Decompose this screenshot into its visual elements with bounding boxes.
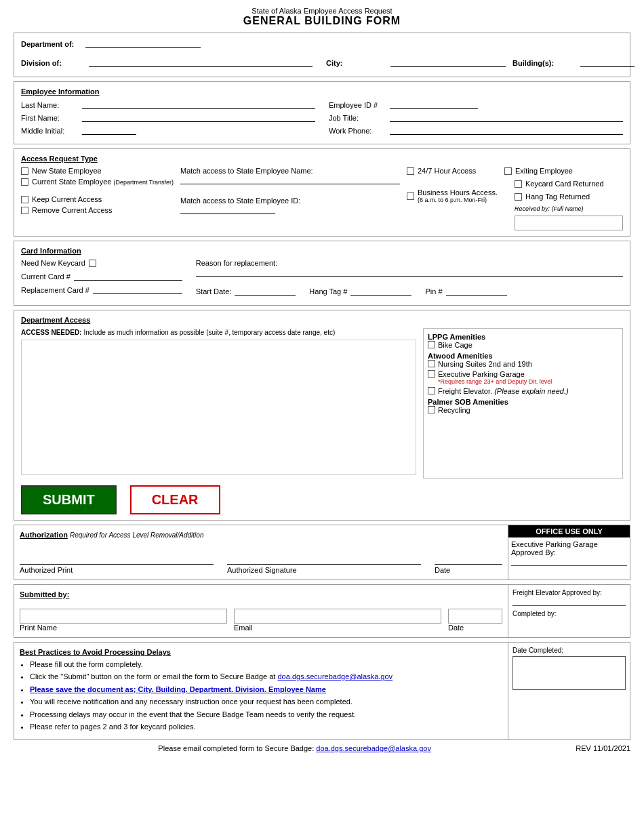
freight-approved-input[interactable] — [512, 596, 626, 606]
sub-email-label: Email — [234, 624, 441, 632]
start-date-field: Start Date: — [196, 286, 296, 296]
bp-item-1: Please fill out the form completely. — [30, 659, 502, 670]
sub-email-input[interactable] — [234, 609, 441, 624]
footer-email[interactable]: doa.dgs.securebadge@alaska.gov — [316, 744, 431, 752]
job-title-input[interactable] — [390, 113, 623, 122]
middle-initial-input[interactable] — [82, 125, 136, 135]
access-request-section: Access Request Type New State Employee C… — [14, 148, 630, 237]
last-name-input[interactable] — [82, 100, 315, 109]
submitted-main: Submitted by: Print Name Email Date — [14, 585, 508, 637]
access-col2: Match access to State Employee Name: Mat… — [180, 167, 400, 230]
first-name-input[interactable] — [82, 113, 315, 122]
card-left: Need New Keycard Current Card # Replacem… — [21, 259, 182, 300]
date-completed-label: Date Completed: — [512, 647, 626, 654]
keep-current-checkbox[interactable] — [21, 196, 28, 203]
keycard-returned-row: Keycard Card Returned — [504, 180, 623, 188]
recycling-checkbox[interactable] — [428, 406, 435, 413]
exec-parking-label: Executive Parking Garage *Requires range… — [438, 370, 552, 385]
auth-print-col: Authorized Print — [20, 552, 214, 574]
date-completed-input[interactable] — [512, 656, 626, 690]
exec-parking-approved-input[interactable] — [511, 556, 627, 566]
sub-date-col: Date — [448, 609, 502, 632]
hang-tag-label: Hang Tag # — [309, 287, 347, 296]
emp-right-col: Employee ID # Job Title: Work Phone: — [329, 100, 623, 138]
dept-input-line[interactable] — [85, 39, 201, 48]
business-hours-checkbox[interactable] — [407, 192, 414, 200]
office-use-freight: Freight Elevator Approved by: Completed … — [508, 585, 630, 637]
buildings-row: Building(s): — [512, 58, 635, 67]
work-phone-input[interactable] — [390, 125, 623, 135]
replacement-card-input[interactable] — [93, 285, 182, 294]
current-card-input[interactable] — [74, 271, 182, 281]
sub-print-input[interactable] — [20, 609, 227, 624]
submit-button[interactable]: SUBMIT — [21, 485, 117, 514]
auth-container: Authorization Required for Access Level … — [14, 525, 630, 580]
exec-parking-checkbox[interactable] — [428, 370, 435, 378]
access-247-label: 24/7 Hour Access — [418, 167, 476, 175]
exec-parking-approved-entry: Executive Parking Garage Approved By: — [511, 540, 627, 566]
nursing-suites-checkbox[interactable] — [428, 360, 435, 367]
emp-id-input[interactable] — [390, 100, 478, 109]
office-use-title: OFFICE USE ONLY — [508, 525, 630, 537]
emp-left-col: Last Name: First Name: Middle Initial: — [21, 100, 315, 138]
nursing-suites-label: Nursing Suites 2nd and 19th — [438, 360, 532, 368]
remove-current-checkbox[interactable] — [21, 207, 28, 214]
auth-sig-label: Authorized Signature — [227, 566, 421, 574]
match-id-input[interactable] — [180, 205, 275, 214]
job-title-label: Job Title: — [329, 114, 386, 122]
access-247-checkbox[interactable] — [407, 167, 414, 175]
freight-elevator-label: Freight Elevator. (Please explain need.) — [438, 387, 569, 395]
hang-tag-input[interactable] — [350, 286, 411, 296]
access-needed-textarea[interactable] — [21, 340, 416, 475]
business-hours-label: Business Hours Access. (6 a.m. to 6 p.m.… — [418, 188, 498, 203]
match-name-input[interactable] — [180, 175, 400, 184]
palmer-title: Palmer SOB Amenities — [428, 398, 618, 406]
reason-replacement-input[interactable] — [196, 267, 623, 277]
new-state-employee-row: New State Employee — [21, 167, 174, 175]
clear-button[interactable]: CLEAR — [130, 485, 220, 514]
pin-input[interactable] — [446, 286, 507, 296]
div-input-line[interactable] — [89, 58, 313, 67]
need-new-keycard-checkbox[interactable] — [89, 260, 96, 267]
remove-current-label: Remove Current Access — [32, 206, 113, 214]
replacement-card-label: Replacement Card # — [21, 286, 89, 294]
auth-sig-col: Authorized Signature — [227, 552, 421, 574]
employee-info-section: Employee Information Last Name: First Na… — [14, 81, 630, 144]
date-completed-panel: Date Completed: — [508, 643, 630, 739]
buildings-input-line[interactable] — [580, 58, 635, 67]
access-request-title: Access Request Type — [21, 155, 623, 163]
new-state-employee-checkbox[interactable] — [21, 167, 28, 175]
need-new-keycard-label: Need New Keycard — [21, 259, 85, 267]
hang-tag-returned-checkbox[interactable] — [515, 193, 522, 201]
nursing-suites-item: Nursing Suites 2nd and 19th — [428, 360, 618, 368]
exiting-employee-checkbox[interactable] — [504, 167, 512, 175]
pin-label: Pin # — [425, 287, 442, 296]
keycard-returned-checkbox[interactable] — [515, 180, 522, 188]
buildings-label: Building(s): — [512, 59, 573, 67]
received-by-input[interactable] — [515, 216, 623, 230]
start-date-input[interactable] — [235, 286, 296, 296]
hang-tag-returned-label: Hang Tag Returned — [525, 192, 590, 201]
new-state-employee-label: New State Employee — [32, 167, 102, 175]
best-practices-container: Best Practices to Avoid Processing Delay… — [14, 642, 630, 740]
received-by-label: Received by: (Full Name) — [515, 205, 623, 212]
auth-main: Authorization Required for Access Level … — [14, 525, 508, 580]
exec-parking-item: Executive Parking Garage *Requires range… — [428, 370, 618, 385]
auth-sig-input[interactable] — [227, 552, 421, 565]
access-needed-description: ACCESS NEEDED: Include as much informati… — [21, 328, 416, 336]
freight-elevator-checkbox[interactable] — [428, 387, 435, 394]
city-input-line[interactable] — [390, 58, 506, 67]
bp-item-3: Please save the document as; City. Build… — [30, 685, 502, 695]
auth-print-label: Authorized Print — [20, 566, 214, 574]
received-by-box-container — [515, 216, 623, 230]
freight-approved-label: Freight Elevator Approved by: — [512, 589, 626, 596]
sub-date-input[interactable] — [448, 609, 502, 624]
exec-parking-note: *Requires range 23+ and Deputy Dir. leve… — [438, 378, 552, 385]
exiting-employee-row: Exiting Employee — [504, 167, 623, 175]
email-link-1[interactable]: doa.dgs.securebadge@alaska.gov — [278, 672, 393, 680]
current-state-employee-checkbox[interactable] — [21, 178, 28, 186]
auth-date-input[interactable] — [435, 552, 502, 565]
card-right: Reason for replacement: Start Date: Hang… — [196, 259, 623, 300]
bike-cage-checkbox[interactable] — [428, 341, 435, 348]
auth-print-input[interactable] — [20, 552, 214, 565]
